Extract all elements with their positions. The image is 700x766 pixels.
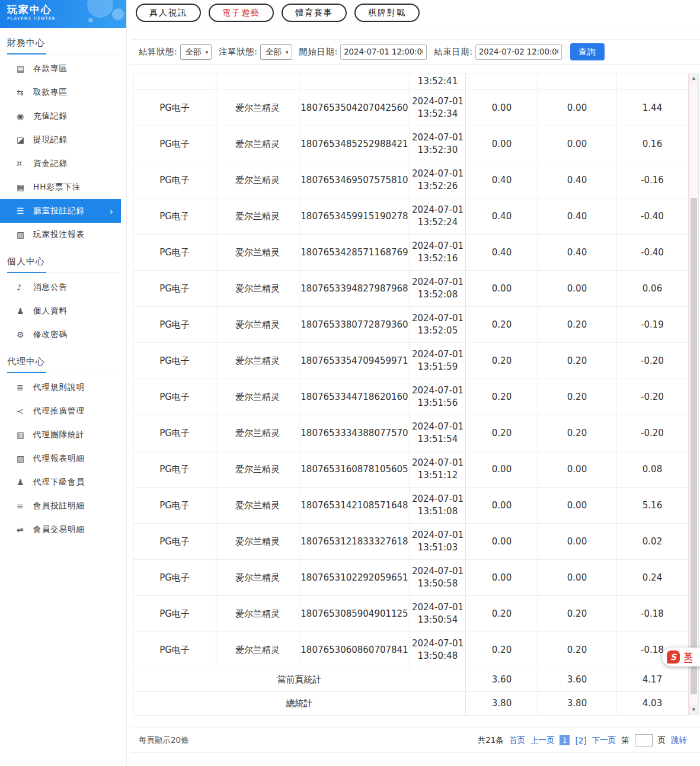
stats-icon: ▥ — [17, 430, 33, 440]
transaction-icon: ⇌ — [17, 525, 33, 534]
valid-bet-cell: 0.20 — [538, 632, 616, 668]
game-cell: 爱尔兰精灵 — [216, 596, 299, 632]
datetime-cell: 2024-07-0113:50:58 — [410, 560, 466, 596]
valid-bet-cell: 0.00 — [538, 488, 616, 524]
game-cell: 爱尔兰精灵 — [216, 90, 299, 126]
game-cell: 爱尔兰精灵 — [216, 632, 299, 668]
jump-label-suffix: 页 — [658, 735, 666, 746]
sidebar-item-label: 代理團隊統計 — [33, 430, 85, 440]
datetime-cell: 2024-07-0113:52:24 — [410, 198, 466, 235]
tab-slots[interactable]: 電子遊藝 — [209, 4, 274, 22]
game-cell: 爱尔兰精灵 — [216, 235, 299, 271]
sidebar-item-agent-rules[interactable]: ≣代理規則說明 — [0, 376, 126, 399]
page-2-link[interactable]: [2] — [575, 736, 586, 745]
sidebar-item-label: 修改密碼 — [33, 329, 68, 340]
end-date-input[interactable] — [475, 44, 562, 60]
provider-cell: PG电子 — [133, 235, 216, 271]
order-status-select[interactable]: 全部 ▾ — [260, 44, 292, 60]
sidebar-item-agent-report-detail[interactable]: ▨代理報表明細 — [0, 447, 126, 470]
sidebar-item-agent-team-stats[interactable]: ▥代理團隊統計 — [0, 423, 126, 447]
table-row: PG电子爱尔兰精灵18076533447186201602024-07-0113… — [133, 379, 689, 415]
prev-page-link[interactable]: 上一页 — [530, 735, 555, 746]
sidebar-item-label: 代理規則說明 — [33, 382, 85, 393]
category-tabs: 真人視訊電子遊藝體育賽事棋牌對戰 — [131, 0, 700, 27]
table-row: PG电子爱尔兰精灵18076533343880775702024-07-0113… — [133, 415, 689, 451]
table-row: PG电子爱尔兰精灵18076531421085716482024-07-0113… — [133, 488, 689, 524]
order-cell: 1807653142108571648 — [299, 488, 410, 524]
sidebar-item-label: 提現記錄 — [33, 134, 68, 145]
winloss-cell: -0.20 — [616, 379, 689, 415]
order-cell: 1807653394827987968 — [299, 271, 410, 307]
sidebar-main-divider — [127, 0, 131, 766]
jump-button[interactable]: 跳转 — [671, 735, 687, 746]
sidebar-item-cashout-record[interactable]: ◪提現記錄 — [0, 128, 126, 152]
tab-live-casino[interactable]: 真人視訊 — [136, 4, 201, 22]
sidebar-item-room-bet-record[interactable]: ☰廳室投註記錄› — [0, 199, 121, 223]
jump-page-input[interactable] — [635, 734, 653, 746]
bet-amount-cell: 0.20 — [466, 307, 538, 343]
page-1-current[interactable]: 1 — [560, 735, 570, 745]
provider-cell: PG电子 — [133, 343, 216, 379]
start-date-input[interactable] — [340, 44, 427, 60]
gear-icon: ⚙ — [17, 330, 33, 339]
bet-amount-cell: 0.00 — [466, 271, 538, 307]
sidebar-item-withdraw[interactable]: ⇆取款專區 — [0, 81, 126, 104]
next-page-link[interactable]: 下一页 — [592, 735, 616, 746]
stats-winloss-cell: 4.17 — [616, 668, 689, 692]
datetime-cell: 2024-07-0113:52:34 — [410, 90, 466, 126]
sidebar-section-title: 代理中心 — [7, 356, 119, 373]
filter-bar: 結算狀態: 全部 ▾ 注單狀態: 全部 ▾ 開始日期: 結束日期: 查詢 — [131, 39, 700, 65]
sidebar-item-announcements[interactable]: ♪消息公告 — [0, 275, 126, 299]
bet-amount-cell: 0.20 — [466, 379, 538, 415]
order-status-label: 注單狀態: — [219, 47, 258, 57]
scroll-up-arrow-icon[interactable]: ▲ — [689, 73, 698, 83]
tab-card-games[interactable]: 棋牌對戰 — [354, 4, 420, 22]
table-row: PG电子爱尔兰精灵18076535042070425602024-07-0113… — [133, 90, 689, 126]
sidebar-item-label: 會員投註明細 — [33, 501, 85, 511]
funds-record-icon: ¤ — [17, 159, 33, 168]
tab-sports[interactable]: 體育賽事 — [282, 4, 347, 22]
page-stats-row: 當前頁統計3.603.604.17 — [133, 668, 689, 692]
order-cell: 1807653504207042560 — [299, 90, 410, 126]
sidebar-item-agent-promo[interactable]: ≺代理推廣管理 — [0, 399, 126, 423]
stats-label-cell: 總統計 — [133, 692, 466, 716]
app-root: 玩家中心 PLAYERS CENTER 財務中心▤存款專區⇆取款專區◉充值記錄◪… — [0, 0, 700, 766]
sidebar-item-funds-record[interactable]: ¤資金記錄 — [0, 152, 126, 175]
winloss-cell: -0.20 — [616, 415, 689, 451]
provider-cell — [133, 73, 216, 90]
scrollbar-thumb[interactable] — [691, 198, 697, 694]
winloss-cell: 0.24 — [616, 560, 689, 596]
sidebar-item-player-bet-report[interactable]: ▧玩家投注報表 — [0, 223, 126, 246]
sidebar-item-lottery-bet[interactable]: ▦HH彩票下注 — [0, 175, 126, 199]
bet-amount-cell: 0.20 — [466, 596, 538, 632]
stats-bet-cell: 3.80 — [466, 692, 538, 716]
winloss-cell: 0.16 — [616, 126, 689, 162]
sidebar-item-label: 廳室投註記錄 — [33, 206, 85, 216]
table-row: PG电子爱尔兰精灵18076530608607078412024-07-0113… — [133, 632, 689, 668]
settle-status-select[interactable]: 全部 ▾ — [180, 44, 212, 60]
search-button[interactable]: 查詢 — [570, 43, 605, 60]
user-icon: ♟ — [17, 306, 33, 316]
bet-amount-cell: 0.40 — [466, 198, 538, 235]
chevron-down-icon: ▾ — [206, 49, 209, 55]
sidebar-item-profile[interactable]: ♟個人資料 — [0, 299, 126, 323]
sidebar-item-member-bet-detail[interactable]: ≡會員投註明細 — [0, 494, 126, 518]
sidebar-item-agent-sub-members[interactable]: ♟代理下級會員 — [0, 470, 126, 494]
scroll-down-arrow-icon[interactable]: ▼ — [689, 705, 698, 714]
sidebar-item-member-transaction[interactable]: ⇌會員交易明細 — [0, 518, 126, 541]
sidebar-item-label: 消息公告 — [33, 282, 68, 293]
valid-bet-cell: 0.00 — [538, 90, 616, 126]
order-cell: 1807653121833327618 — [299, 524, 410, 560]
datetime-cell: 2024-07-0113:50:54 — [410, 596, 466, 632]
sidebar-item-recharge-record[interactable]: ◉充值記錄 — [0, 104, 126, 128]
provider-cell: PG电子 — [133, 162, 216, 198]
table-row: PG电子爱尔兰精灵18076531218333276182024-07-0113… — [133, 524, 689, 560]
sidebar-item-deposit[interactable]: ▤存款專區 — [0, 57, 126, 81]
table-row: PG电子爱尔兰精灵18076533807728793602024-07-0113… — [133, 307, 689, 343]
translate-widget[interactable]: S 英 — [662, 648, 700, 666]
settle-status-label: 結算狀態: — [139, 47, 178, 57]
table-scrollbar[interactable]: ▲ ▼ — [689, 73, 699, 715]
sidebar-nav: 財務中心▤存款專區⇆取款專區◉充值記錄◪提現記錄¤資金記錄▦HH彩票下注☰廳室投… — [0, 37, 126, 541]
sidebar-item-change-password[interactable]: ⚙修改密碼 — [0, 323, 126, 347]
first-page-link[interactable]: 首页 — [509, 735, 525, 746]
